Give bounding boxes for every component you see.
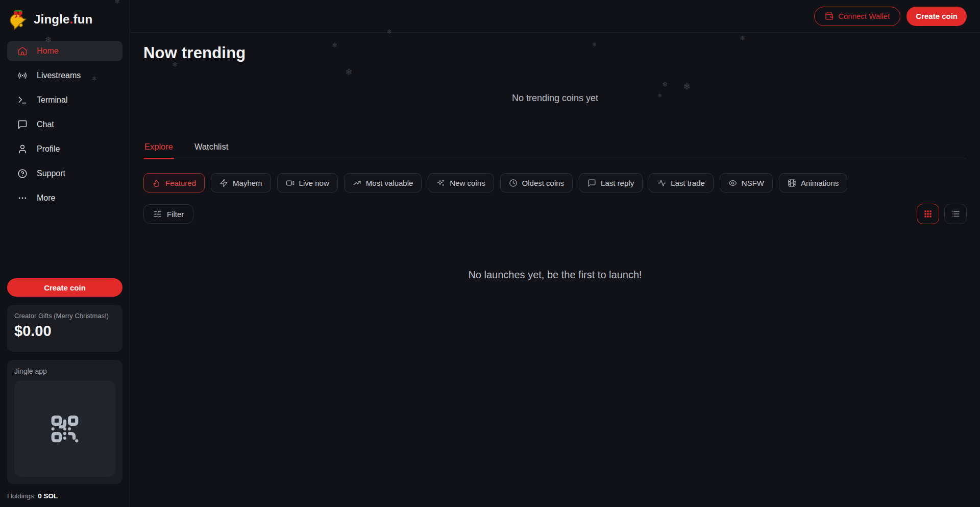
creator-gifts-card: Creator Gifts (Merry Christmas!) $0.00 [7,305,122,352]
tab-bar: Explore Watchlist [143,140,967,159]
pill-live-now[interactable]: Live now [277,173,338,192]
launches-empty-message: No launches yet, be the first to launch! [143,269,967,281]
pill-last-trade[interactable]: Last trade [649,173,714,192]
holdings-label: Holdings: [7,492,36,500]
trending-empty-message: No trending coins yet [143,62,967,134]
jingle-app-card: Jingle app [7,360,122,484]
ellipsis-icon [17,193,28,203]
main-content: Now trending No trending coins yet Explo… [130,33,980,507]
sidebar-nav: Home Livestreams Terminal Chat [7,41,122,208]
holdings-status: Holdings:0 SOL [7,492,122,500]
eye-icon [728,179,737,187]
sidebar-item-label: Livestreams [37,71,81,80]
pill-last-reply[interactable]: Last reply [579,173,643,192]
pill-nsfw[interactable]: NSFW [720,173,773,192]
sidebar-bottom: Create coin Creator Gifts (Merry Christm… [7,278,122,500]
sidebar-item-label: More [37,194,55,203]
topbar: Connect Wallet Create coin [130,0,980,33]
create-coin-button-sidebar[interactable]: Create coin [7,278,122,297]
clock-icon [509,179,518,187]
sidebar-item-livestreams[interactable]: Livestreams [7,65,122,86]
home-icon [17,46,28,56]
list-icon [951,209,960,219]
help-circle-icon [17,168,28,179]
pill-new-coins[interactable]: New coins [428,173,494,192]
pill-oldest-coins[interactable]: Oldest coins [500,173,573,192]
pill-animations[interactable]: Animations [779,173,847,192]
sidebar-item-label: Profile [37,144,60,154]
sidebar-item-support[interactable]: Support [7,163,122,184]
grid-view-button[interactable] [917,204,939,224]
create-coin-button-topbar[interactable]: Create coin [906,7,967,26]
filter-pill-row: Featured Mayhem Live now Most valuable N… [143,173,967,192]
grid-icon [923,209,933,219]
zap-icon [219,179,228,187]
pill-most-valuable[interactable]: Most valuable [344,173,422,192]
page-title: Now trending [143,44,967,62]
trending-up-icon [353,179,361,187]
connect-wallet-button[interactable]: Connect Wallet [814,7,900,26]
user-icon [17,144,28,154]
sidebar-item-more[interactable]: More [7,188,122,208]
holdings-value: 0 SOL [38,492,58,500]
logo[interactable]: Jingle.fun [7,5,122,34]
main-column: Connect Wallet Create coin Now trending … [130,0,980,507]
pill-featured[interactable]: Featured [143,173,205,192]
sidebar-item-home[interactable]: Home [7,41,122,61]
chat-icon [17,119,28,130]
sidebar-item-profile[interactable]: Profile [7,139,122,159]
sidebar-item-terminal[interactable]: Terminal [7,90,122,110]
connect-wallet-label: Connect Wallet [838,12,890,20]
broadcast-icon [17,70,28,81]
video-icon [286,179,295,187]
sidebar: Jingle.fun Home Livestreams Terminal [0,0,130,507]
sparkles-icon [436,179,445,187]
creator-gifts-label: Creator Gifts (Merry Christmas!) [14,312,115,320]
message-icon [587,179,596,187]
sidebar-item-label: Support [37,169,65,178]
pill-mayhem[interactable]: Mayhem [211,173,271,192]
sidebar-item-label: Chat [37,120,54,129]
wallet-icon [825,12,834,20]
qr-code-icon [49,413,81,445]
flame-icon [152,179,161,187]
film-icon [788,179,796,187]
creator-gifts-amount: $0.00 [14,323,115,340]
jingle-app-label: Jingle app [14,367,115,375]
view-mode-toggles [917,204,967,224]
sidebar-item-chat[interactable]: Chat [7,114,122,135]
jingle-bell-icon [7,8,30,31]
filter-button[interactable]: Filter [143,204,193,224]
filter-toolbar: Filter [143,204,967,224]
sidebar-item-label: Home [37,46,59,56]
terminal-icon [17,95,28,105]
list-view-button[interactable] [944,204,967,224]
brand-title: Jingle.fun [34,12,92,27]
activity-icon [657,179,666,187]
sliders-icon [153,210,162,219]
tab-explore[interactable]: Explore [143,140,174,159]
tab-watchlist[interactable]: Watchlist [193,140,229,159]
app-root: Jingle.fun Home Livestreams Terminal [0,0,980,507]
sidebar-item-label: Terminal [37,95,67,105]
qr-code-container [14,380,115,477]
